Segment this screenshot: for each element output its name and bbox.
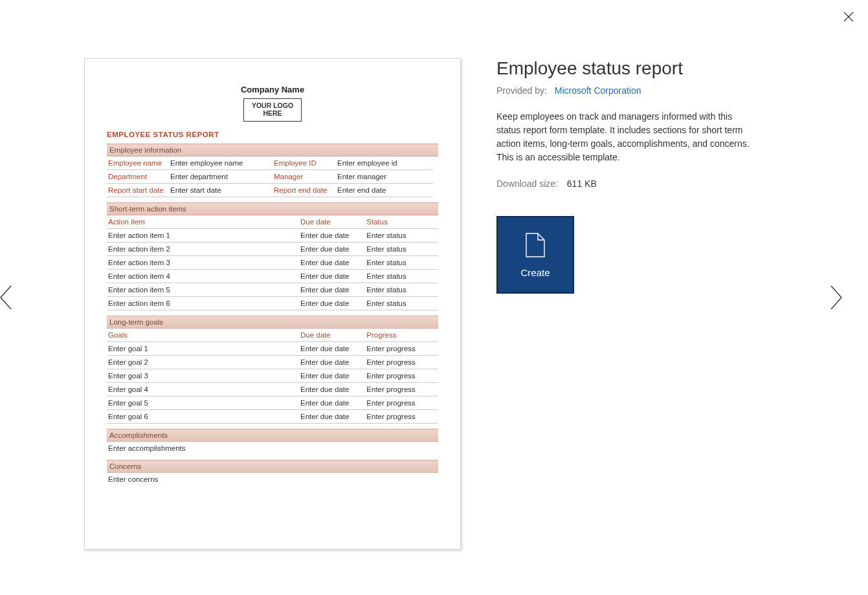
emp-id-label: Employee ID [273,157,336,170]
company-name: Company Name [107,85,438,94]
table-cell: Enter due date [299,243,365,256]
download-size-value: 611 KB [567,178,597,189]
table-cell: Enter goal 4 [107,383,299,396]
short-term-table: Action item Due date Status Enter action… [107,215,438,310]
long-term-table: Goals Due date Progress Enter goal 1Ente… [107,329,438,424]
chevron-left-icon [0,282,17,313]
table-cell: Enter action item 6 [107,297,299,310]
document-icon [525,232,546,258]
manager-label: Manager [273,170,336,184]
table-cell: Enter action item 1 [107,229,299,243]
dept-value: Enter department [169,170,273,184]
end-date-label: Report end date [273,184,336,197]
template-info-panel: Employee status report Provided by: Micr… [496,58,768,569]
template-description: Keep employees on track and managers inf… [496,110,755,164]
col-goals: Goals [107,329,299,342]
template-preview: Company Name YOUR LOGO HERE EMPLOYEE STA… [84,58,461,550]
create-button[interactable]: Create [496,216,574,294]
table-cell: Enter progress [365,356,438,369]
table-cell: Enter due date [299,270,365,283]
table-cell: Enter due date [299,297,365,310]
manager-value: Enter manager [336,170,433,184]
close-icon [843,12,854,22]
table-row: Enter action item 3Enter due dateEnter s… [107,256,438,270]
table-cell: Enter progress [365,342,438,356]
table-cell: Enter progress [365,410,438,424]
section-long-term: Long-term goals [107,316,438,329]
table-cell: Enter action item 2 [107,243,299,256]
table-cell: Enter action item 4 [107,270,299,283]
section-accomplishments: Accomplishments [107,429,438,442]
table-cell: Enter due date [299,256,365,270]
table-cell: Enter due date [299,342,365,356]
emp-name-value: Enter employee name [169,157,273,170]
col-progress: Progress [365,329,438,342]
table-cell: Enter status [365,229,438,243]
emp-name-label: Employee name [107,157,169,170]
table-row: Enter action item 4Enter due dateEnter s… [107,270,438,283]
table-row: Enter goal 5Enter due dateEnter progress [107,396,438,410]
table-cell: Enter goal 3 [107,369,299,383]
table-row: Enter goal 1Enter due dateEnter progress [107,342,438,356]
table-row: Enter goal 4Enter due dateEnter progress [107,383,438,396]
table-cell: Enter goal 5 [107,396,299,410]
table-row: Enter action item 2Enter due dateEnter s… [107,243,438,256]
table-cell: Enter status [365,256,438,270]
table-cell: Enter due date [299,229,365,243]
col-due-date: Due date [299,215,365,229]
section-short-term: Short-term action items [107,202,438,215]
col-action-item: Action item [107,215,299,229]
next-template-button[interactable] [823,278,849,317]
section-concerns: Concerns [107,460,438,473]
dept-label: Department [107,170,169,184]
table-cell: Enter progress [365,383,438,396]
table-row: Enter action item 1Enter due dateEnter s… [107,229,438,243]
table-cell: Enter action item 5 [107,283,299,297]
table-row: Enter goal 6Enter due dateEnter progress [107,410,438,424]
svg-marker-2 [526,233,544,257]
col-status: Status [365,215,438,229]
table-row: Enter action item 6Enter due dateEnter s… [107,297,438,310]
emp-id-value: Enter employee id [336,157,433,170]
col-due-date-lt: Due date [299,329,365,342]
section-employee-info: Employee information [107,144,438,157]
table-cell: Enter progress [365,369,438,383]
close-button[interactable] [836,4,862,30]
table-cell: Enter status [365,243,438,256]
table-row: Enter action item 5Enter due dateEnter s… [107,283,438,297]
end-date-value: Enter end date [336,184,433,197]
table-cell: Enter goal 2 [107,356,299,369]
provided-by-label: Provided by: [496,85,547,96]
table-cell: Enter due date [299,369,365,383]
start-date-label: Report start date [107,184,169,197]
provided-by-row: Provided by: Microsoft Corporation [496,85,768,96]
table-cell: Enter status [365,297,438,310]
table-cell: Enter goal 6 [107,410,299,424]
table-cell: Enter status [365,270,438,283]
employee-info-grid: Employee name Enter employee name Employ… [107,157,438,197]
table-cell: Enter due date [299,396,365,410]
template-title: Employee status report [496,58,768,79]
download-size-row: Download size: 611 KB [496,178,768,189]
table-cell: Enter status [365,283,438,297]
table-cell: Enter due date [299,410,365,424]
download-size-label: Download size: [496,178,558,189]
table-cell: Enter due date [299,356,365,369]
provider-link[interactable]: Microsoft Corporation [555,85,641,96]
logo-placeholder: YOUR LOGO HERE [243,98,302,122]
accomplishments-value: Enter accomplishments [107,442,438,455]
chevron-right-icon [825,282,847,313]
create-button-label: Create [520,267,550,278]
table-cell: Enter due date [299,383,365,396]
table-cell: Enter progress [365,396,438,410]
table-row: Enter goal 2Enter due dateEnter progress [107,356,438,369]
table-cell: Enter due date [299,283,365,297]
start-date-value: Enter start date [169,184,273,197]
report-title: EMPLOYEE STATUS REPORT [107,131,438,138]
table-cell: Enter goal 1 [107,342,299,356]
table-row: Enter goal 3Enter due dateEnter progress [107,369,438,383]
table-cell: Enter action item 3 [107,256,299,270]
concerns-value: Enter concerns [107,473,438,486]
prev-template-button[interactable] [0,278,19,317]
